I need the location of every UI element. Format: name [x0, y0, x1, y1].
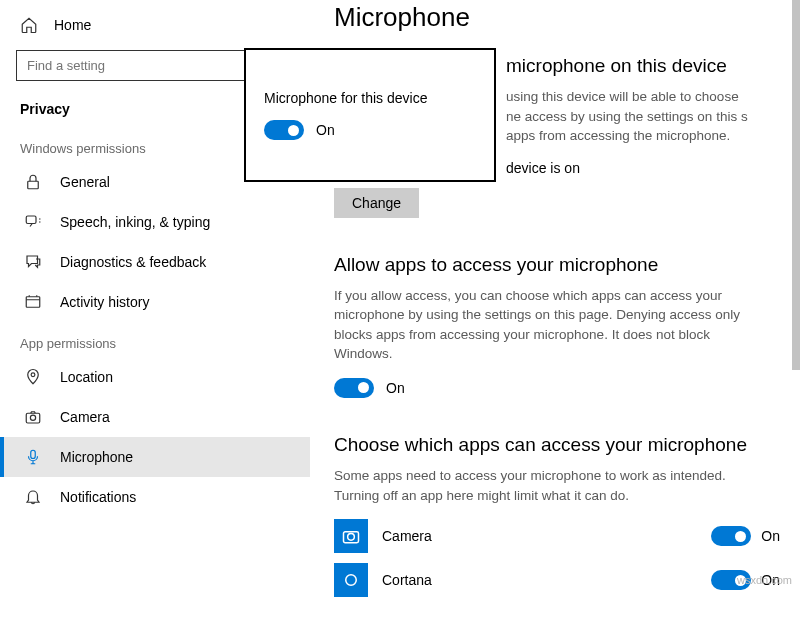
microphone-icon: [24, 448, 42, 466]
bell-icon: [24, 488, 42, 506]
section-choose-apps: Choose which apps can access your microp…: [334, 434, 780, 597]
app-name: Cortana: [382, 572, 711, 588]
svg-point-3: [31, 373, 35, 377]
activity-icon: [24, 293, 42, 311]
location-icon: [24, 368, 42, 386]
sidebar-item-activity[interactable]: Activity history: [0, 282, 310, 322]
section-heading: Choose which apps can access your microp…: [334, 434, 780, 456]
toggle-row: On: [334, 378, 780, 398]
toggle-state: On: [386, 380, 405, 396]
page-title: Microphone: [334, 2, 780, 33]
sidebar-item-label: Speech, inking, & typing: [60, 214, 210, 230]
sidebar-item-label: Activity history: [60, 294, 149, 310]
sidebar-item-diagnostics[interactable]: Diagnostics & feedback: [0, 242, 310, 282]
sidebar-item-label: Microphone: [60, 449, 133, 465]
app-row: Camera On: [334, 519, 780, 553]
sidebar-item-label: Diagnostics & feedback: [60, 254, 206, 270]
toggle-state: On: [761, 528, 780, 544]
section-description: If you allow access, you can choose whic…: [334, 286, 754, 364]
sidebar-item-microphone[interactable]: Microphone: [0, 437, 310, 477]
section-description: Some apps need to access your microphone…: [334, 466, 754, 505]
allow-apps-toggle[interactable]: [334, 378, 374, 398]
svg-rect-6: [31, 450, 36, 458]
app-row: Cortana On: [334, 563, 780, 597]
speech-icon: [24, 213, 42, 231]
svg-rect-1: [26, 216, 36, 224]
sidebar-item-location[interactable]: Location: [0, 357, 310, 397]
feedback-icon: [24, 253, 42, 271]
sidebar-item-label: Notifications: [60, 489, 136, 505]
watermark: wsxdn.com: [737, 574, 792, 586]
svg-point-8: [348, 534, 355, 541]
sidebar-item-label: General: [60, 174, 110, 190]
svg-point-9: [346, 575, 357, 586]
toggle-row: On: [264, 120, 476, 140]
change-button[interactable]: Change: [334, 188, 419, 218]
svg-rect-0: [28, 181, 39, 189]
scrollbar[interactable]: [792, 0, 800, 370]
camera-app-icon: [334, 519, 368, 553]
app-toggle-camera[interactable]: [711, 526, 751, 546]
lock-icon: [24, 173, 42, 191]
home-icon: [20, 16, 38, 34]
toggle-state: On: [316, 122, 335, 138]
svg-rect-2: [26, 297, 40, 308]
device-access-popup: Microphone for this device On: [244, 48, 496, 182]
app-name: Camera: [382, 528, 711, 544]
home-label: Home: [54, 17, 91, 33]
popup-title: Microphone for this device: [264, 90, 476, 106]
sidebar-item-notifications[interactable]: Notifications: [0, 477, 310, 517]
cortana-app-icon: [334, 563, 368, 597]
sidebar-item-label: Location: [60, 369, 113, 385]
camera-icon: [24, 408, 42, 426]
sidebar-item-camera[interactable]: Camera: [0, 397, 310, 437]
group-app-permissions: App permissions: [0, 322, 310, 357]
section-app-access: Allow apps to access your microphone If …: [334, 254, 780, 398]
svg-point-5: [30, 415, 35, 420]
sidebar-item-speech[interactable]: Speech, inking, & typing: [0, 202, 310, 242]
device-mic-toggle[interactable]: [264, 120, 304, 140]
home-link[interactable]: Home: [0, 8, 310, 42]
section-heading: Allow apps to access your microphone: [334, 254, 780, 276]
sidebar-item-label: Camera: [60, 409, 110, 425]
